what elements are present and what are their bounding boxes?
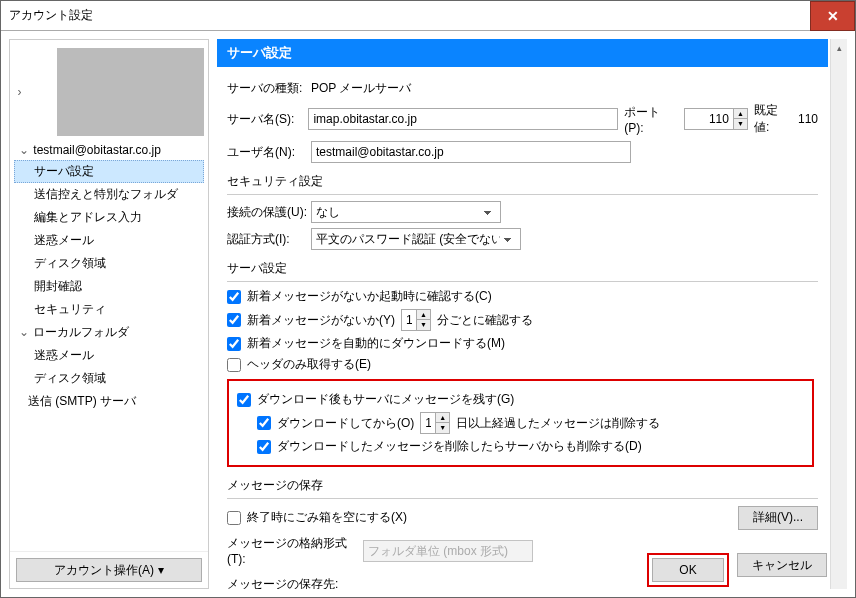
days-input[interactable]: [421, 413, 435, 433]
spin-down-icon[interactable]: ▼: [733, 119, 747, 129]
vertical-scrollbar[interactable]: ▴: [830, 39, 847, 589]
port-default-value: 110: [798, 112, 818, 126]
account-thumbnail: [57, 48, 204, 136]
spin-down-icon[interactable]: ▼: [435, 423, 449, 433]
content-pane: サーバ設定 サーバの種類: POP メールサーバ サーバ名(S): ポート(P)…: [217, 39, 830, 589]
close-button[interactable]: ✕: [810, 1, 855, 31]
account-label: testmail@obitastar.co.jp: [33, 143, 161, 157]
server-name-label: サーバ名(S):: [227, 111, 302, 128]
check-interval-checkbox[interactable]: 新着メッセージがないか(Y) ▲▼ 分ごとに確認する: [227, 309, 818, 331]
scroll-up-icon[interactable]: ▴: [832, 41, 847, 56]
section-header: サーバ設定: [217, 39, 828, 67]
auth-method-label: 認証方式(I):: [227, 231, 305, 248]
port-spinner[interactable]: ▲▼: [684, 108, 748, 130]
tree-local-folders[interactable]: ⌄ ローカルフォルダ: [14, 321, 204, 344]
port-input[interactable]: [685, 109, 733, 129]
spin-up-icon[interactable]: ▲: [416, 310, 430, 320]
user-label: ユーザ名(N):: [227, 144, 305, 161]
connection-security-label: 接続の保護(U):: [227, 204, 305, 221]
connection-security-select[interactable]: なし: [311, 201, 501, 223]
port-label: ポート(P):: [624, 104, 678, 135]
tree-item-disk[interactable]: ディスク領域: [14, 252, 204, 275]
advanced-button[interactable]: 詳細(V)...: [738, 506, 818, 530]
tree-account[interactable]: ⌄ testmail@obitastar.co.jp: [14, 140, 204, 160]
ok-highlight: OK: [647, 553, 729, 587]
chevron-down-icon: ▾: [158, 563, 164, 577]
interval-input[interactable]: [402, 310, 416, 330]
twisty-open-icon[interactable]: ⌄: [18, 325, 30, 339]
user-input[interactable]: [311, 141, 631, 163]
server-settings-title: サーバ設定: [227, 260, 818, 277]
leave-on-server-group: ダウンロード後もサーバにメッセージを残す(G) ダウンロードしてから(O) ▲▼…: [227, 379, 814, 467]
leave-on-server-checkbox[interactable]: ダウンロード後もサーバにメッセージを残す(G): [237, 391, 804, 408]
tree-item-composition[interactable]: 編集とアドレス入力: [14, 206, 204, 229]
storage-format-label: メッセージの格納形式(T):: [227, 535, 357, 566]
sidebar: › ⌄ testmail@obitastar.co.jp サーバ設定 送信控えと…: [9, 39, 209, 589]
tree-item-receipts[interactable]: 開封確認: [14, 275, 204, 298]
empty-trash-checkbox[interactable]: 終了時にごみ箱を空にする(X): [227, 509, 732, 526]
titlebar: アカウント設定 ✕: [1, 1, 855, 31]
port-default-label: 既定値:: [754, 102, 792, 136]
account-tree: › ⌄ testmail@obitastar.co.jp サーバ設定 送信控えと…: [10, 40, 208, 551]
server-type-label: サーバの種類:: [227, 80, 305, 97]
cancel-button[interactable]: キャンセル: [737, 553, 827, 577]
spin-up-icon[interactable]: ▲: [733, 109, 747, 119]
storage-format-select: フォルダ単位 (mbox 形式): [363, 540, 533, 562]
server-type-value: POP メールサーバ: [311, 80, 411, 97]
tree-smtp[interactable]: 送信 (SMTP) サーバ: [14, 390, 204, 413]
tree-item-junk[interactable]: 迷惑メール: [14, 229, 204, 252]
twisty-open-icon[interactable]: ⌄: [18, 143, 30, 157]
tree-item-local-disk[interactable]: ディスク領域: [14, 367, 204, 390]
account-actions-label: アカウント操作(A): [54, 562, 154, 579]
days-spinner[interactable]: ▲▼: [420, 412, 450, 434]
storage-path-label: メッセージの保存先:: [227, 576, 338, 589]
storage-title: メッセージの保存: [227, 477, 818, 494]
server-name-input[interactable]: [308, 108, 618, 130]
interval-spinner[interactable]: ▲▼: [401, 309, 431, 331]
tree-twisty[interactable]: ›: [14, 85, 25, 99]
check-startup-checkbox[interactable]: 新着メッセージがないか起動時に確認する(C): [227, 288, 818, 305]
headers-only-checkbox[interactable]: ヘッダのみ取得する(E): [227, 356, 818, 373]
tree-item-local-junk[interactable]: 迷惑メール: [14, 344, 204, 367]
account-actions-button[interactable]: アカウント操作(A) ▾: [16, 558, 202, 582]
delete-after-days-checkbox[interactable]: ダウンロードしてから(O) ▲▼ 日以上経過したメッセージは削除する: [257, 412, 804, 434]
auto-download-checkbox[interactable]: 新着メッセージを自動的にダウンロードする(M): [227, 335, 818, 352]
tree-item-copies[interactable]: 送信控えと特別なフォルダ: [14, 183, 204, 206]
ok-button[interactable]: OK: [652, 558, 724, 582]
local-folders-label: ローカルフォルダ: [33, 325, 129, 339]
spin-down-icon[interactable]: ▼: [416, 320, 430, 330]
window-title: アカウント設定: [9, 7, 93, 24]
delete-on-server-checkbox[interactable]: ダウンロードしたメッセージを削除したらサーバからも削除する(D): [257, 438, 804, 455]
tree-item-security[interactable]: セキュリティ: [14, 298, 204, 321]
security-title: セキュリティ設定: [227, 173, 818, 190]
tree-item-server-settings[interactable]: サーバ設定: [14, 160, 204, 183]
auth-method-select[interactable]: 平文のパスワード認証 (安全でない): [311, 228, 521, 250]
spin-up-icon[interactable]: ▲: [435, 413, 449, 423]
